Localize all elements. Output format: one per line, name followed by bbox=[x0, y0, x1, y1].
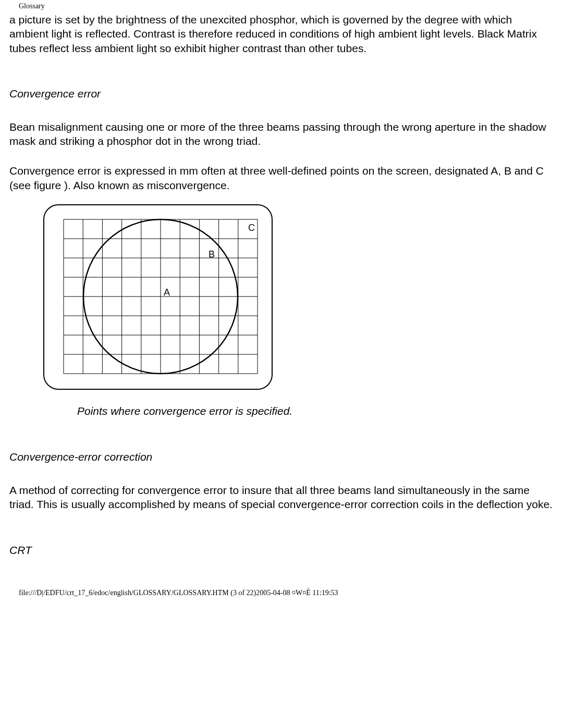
convergence-error-para2: Convergence error is expressed in mm oft… bbox=[9, 164, 554, 192]
intro-paragraph: a picture is set by the brightness of th… bbox=[9, 13, 554, 55]
figure-label-a: A bbox=[164, 287, 170, 298]
heading-crt: CRT bbox=[9, 544, 554, 557]
heading-convergence-error-correction: Convergence-error correction bbox=[9, 451, 554, 463]
convergence-figure-svg: A B C bbox=[43, 204, 273, 390]
convergence-error-correction-para: A method of correcting for convergence e… bbox=[9, 483, 554, 512]
figure-caption: Points where convergence error is specif… bbox=[77, 405, 554, 417]
convergence-figure: A B C bbox=[43, 204, 554, 392]
figure-label-b: B bbox=[209, 249, 215, 260]
page-header-small: Glossary bbox=[0, 0, 563, 10]
figure-label-c: C bbox=[248, 223, 255, 233]
page-content: a picture is set by the brightness of th… bbox=[0, 10, 563, 557]
convergence-error-para1: Bean misalignment causing one or more of… bbox=[9, 120, 554, 149]
heading-convergence-error: Convergence error bbox=[9, 88, 554, 100]
page-footer: file:///D|/EDFU/crt_17_6/edoc/english/GL… bbox=[0, 557, 563, 597]
